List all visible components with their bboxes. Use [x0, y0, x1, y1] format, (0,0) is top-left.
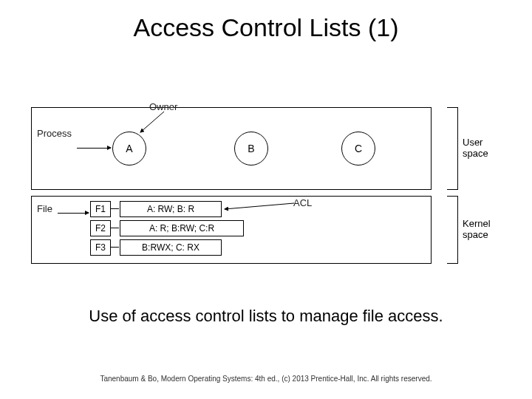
file-box-f1: F1: [90, 201, 111, 217]
file-box-f3: F3: [90, 239, 111, 256]
kernel-space-label: Kernel space: [463, 218, 501, 240]
slide-footer: Tanenbaum & Bo, Modern Operating Systems…: [0, 375, 532, 383]
slide-title: Access Control Lists (1): [0, 13, 532, 42]
file-label: File: [37, 203, 52, 214]
acl-box-f2: A: R; B:RW; C:R: [120, 220, 244, 236]
acl-diagram: User space Kernel space Process Owner A …: [31, 107, 501, 270]
arrow-file: [58, 213, 89, 214]
arrow-process: [77, 148, 111, 149]
link-f2: [110, 228, 119, 228]
acl-box-f1: A: RW; B: R: [120, 201, 222, 217]
link-f3: [110, 247, 119, 248]
process-circle-c: C: [341, 132, 375, 166]
link-f1: [110, 208, 119, 209]
process-circle-b: B: [234, 132, 268, 166]
file-box-f2: F2: [90, 220, 111, 236]
acl-label: ACL: [293, 197, 312, 208]
brace-user: [447, 107, 458, 190]
acl-box-f3: B:RWX; C: RX: [120, 239, 222, 256]
owner-label: Owner: [149, 101, 177, 112]
process-label: Process: [37, 128, 72, 139]
user-space-label: User space: [463, 137, 501, 159]
process-circle-a: A: [112, 132, 146, 166]
slide-caption: Use of access control lists to manage fi…: [0, 307, 532, 326]
brace-kernel: [447, 196, 458, 264]
